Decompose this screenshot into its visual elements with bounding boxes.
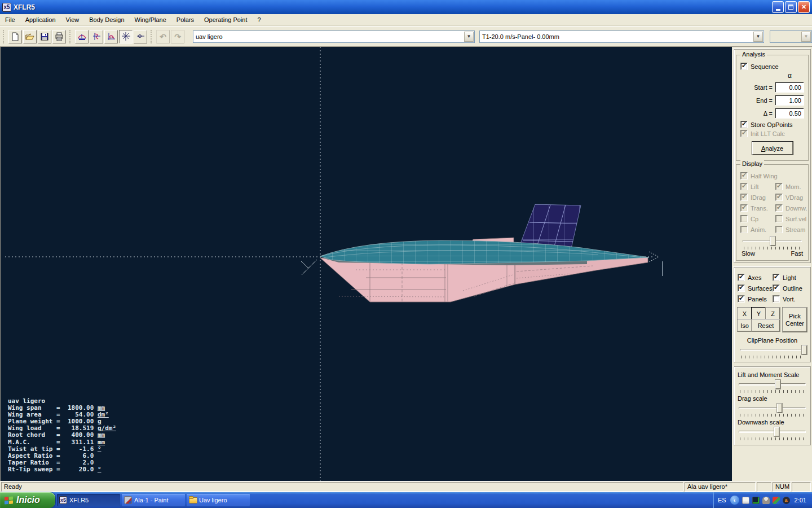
app-icon: x5 [2,3,11,12]
plane-info-row: M.A.C.=311.11mm [8,439,116,446]
x-view-button[interactable]: X [738,308,752,319]
toolbar-grip[interactable] [151,30,153,43]
minimize-icon [776,9,780,11]
start-button[interactable]: Inicio [0,492,55,508]
wing-view-icon [77,32,87,41]
slider-thumb[interactable] [774,427,779,436]
3d-view-icon [121,32,131,41]
chevron-down-icon[interactable]: ▼ [464,32,474,42]
vdrag-checkbox [775,194,783,201]
clipplane-slider[interactable] [740,345,805,355]
menu-polars[interactable]: Polars [171,15,199,24]
analyze-button[interactable]: Analyze [752,142,793,155]
menu-application[interactable]: Application [20,15,61,24]
scales-box: Lift and Moment Scale Drag scale Downwas… [734,366,811,445]
undo-button[interactable]: ↶ [156,30,170,43]
axes-checkbox[interactable] [738,274,745,281]
menu-body-design[interactable]: Body Design [84,15,129,24]
drag-scale-slider[interactable] [739,403,806,413]
chevron-down-icon[interactable]: ▼ [753,32,763,42]
end-input[interactable] [775,95,804,106]
language-indicator[interactable]: ES [718,497,726,503]
stream-checkbox [775,226,783,233]
animation-speed-slider[interactable] [743,236,802,246]
mail-tray-icon[interactable] [742,497,749,504]
panels-checkbox[interactable] [738,295,745,303]
taskbar-item-folder[interactable]: Uav ligero [187,494,250,506]
user-tray-icon[interactable] [762,497,770,504]
title-bar: x5 XFLR5 ✕ [0,0,812,14]
lift-scale-slider[interactable] [739,379,806,389]
status-blank [792,482,811,492]
slider-thumb[interactable] [802,345,807,354]
save-button[interactable] [38,30,51,43]
windows-flag-icon [5,496,13,504]
menu-operating-point[interactable]: Operating Point [199,15,252,24]
menu-file[interactable]: File [0,15,20,24]
pick-center-button[interactable]: Pick Center [783,308,807,332]
operating-point-select[interactable]: ▼ [770,30,812,43]
display-group-title: Display [740,160,764,167]
slider-thumb[interactable] [775,380,780,389]
wing-view-button[interactable] [75,30,89,43]
lift-label: Lift [751,183,759,190]
cp-label: Cp [751,216,758,222]
toolbar-grip[interactable] [3,30,5,43]
opp-view-button[interactable] [134,30,147,43]
menu-help[interactable]: ? [252,15,266,24]
3d-viewport[interactable]: uav ligero Wing span=1800.00mm Wing area… [0,47,732,481]
slow-label: Slow [742,250,755,257]
delta-label: Δ = [764,110,773,117]
plane-select[interactable]: uav ligero ▼ [193,30,475,43]
redo-button[interactable]: ↷ [171,30,184,43]
restore-icon [788,5,793,10]
restore-button[interactable] [785,1,797,13]
light-checkbox[interactable] [773,274,780,281]
downwash-scale-slider[interactable] [739,427,806,437]
toolbar-grip[interactable] [69,30,72,43]
surfaces-checkbox[interactable] [738,284,745,292]
surfvel-label: Surf.vel [785,216,806,222]
taskbar-item-xflr5[interactable]: x5 XFLR5 [57,494,120,506]
vort-checkbox[interactable] [773,295,780,303]
new-file-button[interactable] [8,30,22,43]
delta-input[interactable] [775,108,804,119]
plane-info-row: Root chord=400.00mm [8,432,116,439]
cp-view-button[interactable] [104,30,118,43]
polar-select[interactable]: T1-20.0 m/s-Panel- 0.00mm ▼ [479,30,764,43]
close-button[interactable]: ✕ [798,1,810,13]
light-label: Light [783,274,796,281]
store-oppoints-checkbox[interactable] [740,121,748,128]
reset-view-button[interactable]: Reset [752,319,780,331]
z-view-button[interactable]: Z [766,308,780,319]
menu-view[interactable]: View [61,15,85,24]
graphics-tray-icon[interactable] [773,497,780,504]
taskbar-item-paint[interactable]: Ala-1 - Paint [122,494,185,506]
folder-icon [189,496,197,504]
tray-collapse-icon[interactable]: ‹ [730,496,739,505]
menu-wing-plane[interactable]: Wing/Plane [130,15,171,24]
outline-checkbox[interactable] [773,284,780,292]
save-icon [40,32,49,41]
polar-view-button[interactable] [90,30,103,43]
minimize-button[interactable] [772,1,784,13]
print-icon [55,32,64,41]
iso-view-button[interactable]: Iso [738,319,752,331]
slider-thumb[interactable] [770,237,775,246]
sequence-checkbox[interactable] [740,63,748,70]
slider-thumb[interactable] [777,404,782,413]
3d-view-button[interactable] [119,30,133,43]
antivirus-tray-icon[interactable]: a [783,497,790,504]
print-button[interactable] [52,30,66,43]
plane-info-row: Twist at tip=-1.6° [8,446,116,453]
y-view-button[interactable]: Y [752,308,766,319]
anim-checkbox [740,226,748,233]
clipplane-label: ClipPlane Position [736,337,808,344]
start-input[interactable] [775,82,804,93]
store-oppoints-label: Store OpPoints [751,121,793,128]
control-panel: Analysis Sequence α Start = End = [732,47,812,481]
mom-label: Mom. [785,183,801,190]
network-tray-icon[interactable] [752,497,760,504]
clock[interactable]: 2:01 [795,497,806,503]
open-file-button[interactable] [23,30,37,43]
